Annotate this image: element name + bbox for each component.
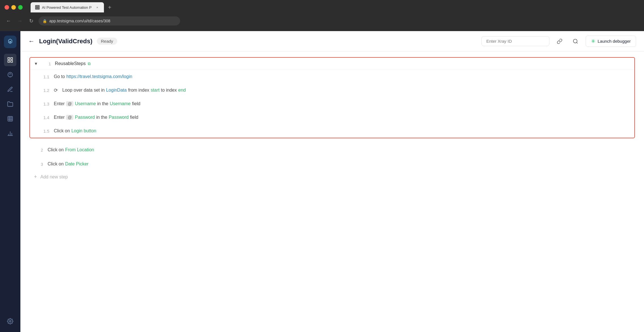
step-1-4-at-badge: @ (66, 115, 73, 120)
svg-point-2 (9, 41, 11, 43)
page-title: Login(ValidCreds) (39, 38, 92, 45)
step-number-2: 2 (34, 148, 43, 152)
step-1-2-text1: Loop over data set in (62, 88, 105, 93)
step-1-3-at-badge: @ (66, 101, 73, 106)
step-1-3-username-val: Username (75, 101, 96, 106)
main-step-2: 2 Click on From Location (29, 143, 635, 157)
step-2-text1: Click on (48, 147, 64, 152)
sub-step-1-2: 1.2 ⟳ Loop over data set in LoginData fr… (37, 83, 634, 97)
step-1-4-text1: Enter (54, 115, 65, 120)
step-1-3-text1: Enter (54, 101, 65, 106)
sidebar-logo (4, 36, 16, 48)
step-content-1-5: Click on Login button (54, 128, 96, 133)
sidebar-item-pen[interactable] (4, 83, 16, 96)
sidebar-item-folder[interactable] (4, 98, 16, 110)
step-1-2-text3: to index (161, 88, 177, 93)
app-container: ← Login(ValidCreds) Ready ✳ Launch debug… (0, 31, 644, 332)
svg-point-18 (9, 320, 11, 322)
url-text: app.testsigma.com/ui/td/cases/308 (49, 19, 110, 23)
tab-title: AI Powered Test Automation P (42, 5, 91, 10)
lock-icon: 🔒 (42, 19, 47, 23)
loop-icon: ⟳ (54, 87, 58, 93)
main-step-3: 3 Click on Date Picker (29, 157, 635, 171)
link-icon-button[interactable] (554, 36, 565, 47)
reload-button[interactable]: ↻ (27, 17, 35, 25)
step-content-1-3: Enter @ Username in the Username field (54, 101, 140, 106)
step-1-2-logindata: LoginData (106, 88, 127, 93)
step-number-1-1: 1.1 (40, 74, 49, 79)
sidebar-item-grid2[interactable] (4, 113, 16, 125)
step-content-1-1: Go to https://travel.testsigma.com/login (54, 74, 132, 79)
external-link-icon: ⧉ (88, 61, 91, 66)
sidebar (0, 31, 20, 332)
reusable-title-text: ReusableSteps (55, 61, 86, 66)
new-tab-button[interactable]: + (105, 3, 114, 12)
xray-id-input[interactable] (481, 36, 549, 46)
debugger-icon: ✳ (591, 38, 595, 44)
step-1-2-end: end (178, 88, 186, 93)
sidebar-item-grid[interactable] (4, 54, 16, 66)
main-content: ← Login(ValidCreds) Ready ✳ Launch debug… (20, 31, 644, 332)
step-1-5-login-btn: Login button (71, 128, 96, 133)
launch-debugger-button[interactable]: ✳ Launch debugger (586, 36, 636, 47)
step-number-3: 3 (34, 162, 43, 167)
plus-icon: + (34, 174, 37, 180)
step-1-3-username-field: Username (110, 101, 131, 106)
svg-rect-6 (11, 61, 12, 62)
sub-steps: 1.1 Go to https://travel.testsigma.com/l… (30, 70, 634, 138)
chevron-down-icon: ▼ (34, 61, 38, 66)
traffic-lights (5, 5, 23, 10)
back-button[interactable]: ← (28, 38, 35, 45)
search-icon-button[interactable] (570, 36, 581, 47)
traffic-light-red[interactable] (5, 5, 9, 10)
step-1-5-text1: Click on (54, 128, 70, 133)
step-3-text1: Click on (48, 161, 64, 167)
step-2-from-location: From Location (65, 147, 94, 152)
forward-nav-button[interactable]: → (16, 17, 24, 25)
active-tab[interactable]: AI Powered Test Automation P × (31, 2, 104, 12)
svg-rect-9 (8, 117, 13, 121)
step-number-1-2: 1.2 (40, 88, 49, 93)
svg-line-20 (577, 42, 578, 43)
step-1-4-text2: in the (96, 115, 107, 120)
page-header: ← Login(ValidCreds) Ready ✳ Launch debug… (20, 31, 644, 51)
reusable-steps-group: ▼ 1 ReusableSteps ⧉ 1.1 Go to https://tr… (29, 57, 635, 138)
traffic-light-yellow[interactable] (11, 5, 16, 10)
add-step-label: Add new step (40, 174, 68, 180)
browser-addressbar: ← → ↻ 🔒 app.testsigma.com/ui/td/cases/30… (0, 15, 644, 27)
step-1-3-text2: in the (97, 101, 108, 106)
step-1-1-text-goto: Go to (54, 74, 65, 79)
step-1-2-start: start (151, 88, 159, 93)
reusable-header[interactable]: ▼ 1 ReusableSteps ⧉ (30, 58, 634, 70)
step-content-1-4: Enter @ Password in the Password field (54, 115, 138, 120)
step-1-2-text2: from index (128, 88, 149, 93)
browser-titlebar: AI Powered Test Automation P × + (0, 0, 644, 15)
browser-tabs: AI Powered Test Automation P × + (31, 2, 114, 12)
traffic-light-green[interactable] (18, 5, 23, 10)
sub-step-1-5: 1.5 Click on Login button (37, 124, 634, 138)
tab-close-button[interactable]: × (95, 5, 99, 10)
sub-step-1-1: 1.1 Go to https://travel.testsigma.com/l… (37, 70, 634, 83)
launch-debugger-label: Launch debugger (598, 39, 631, 44)
svg-rect-3 (8, 58, 10, 59)
steps-container: ▼ 1 ReusableSteps ⧉ 1.1 Go to https://tr… (20, 51, 644, 332)
back-nav-button[interactable]: ← (5, 17, 12, 25)
step-1-1-link[interactable]: https://travel.testsigma.com/login (66, 74, 132, 79)
step-1-4-password-field: Password (109, 115, 129, 120)
add-step-row[interactable]: + Add new step (29, 171, 635, 183)
step-1-3-text3: field (132, 101, 140, 106)
tab-favicon (35, 5, 40, 10)
sub-step-1-3: 1.3 Enter @ Username in the Username fie… (37, 97, 634, 111)
sidebar-item-settings[interactable] (4, 315, 16, 327)
browser-chrome: AI Powered Test Automation P × + ← → ↻ 🔒… (0, 0, 644, 31)
address-bar[interactable]: 🔒 app.testsigma.com/ui/td/cases/308 (39, 16, 180, 25)
step-1-4-text3: field (130, 115, 138, 120)
svg-rect-5 (8, 61, 10, 62)
step-3-date-picker: Date Picker (65, 161, 89, 167)
status-badge: Ready (97, 38, 117, 45)
step-number-1-4: 1.4 (40, 115, 49, 120)
sidebar-item-chart[interactable] (4, 127, 16, 140)
sidebar-item-monitor[interactable] (4, 68, 16, 81)
svg-rect-4 (11, 58, 12, 59)
step-1-4-password-val: Password (75, 115, 95, 120)
